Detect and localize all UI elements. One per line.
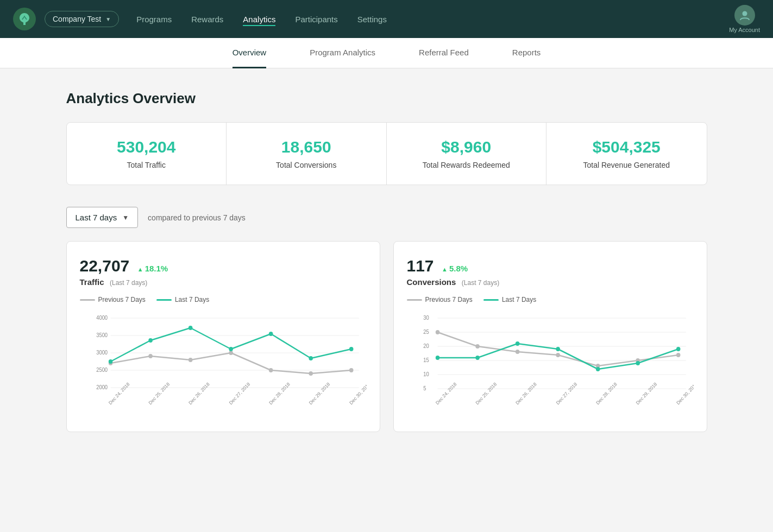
page-title: Analytics Overview: [66, 90, 707, 107]
svg-text:Dec 28, 2018: Dec 28, 2018: [268, 381, 291, 406]
traffic-pct: 18.1%: [137, 264, 168, 273]
traffic-legend: Previous 7 Days Last 7 Days: [80, 296, 367, 303]
svg-point-55: [595, 367, 600, 371]
conversions-pct: 5.8%: [442, 264, 468, 273]
tab-reports[interactable]: Reports: [512, 38, 541, 68]
svg-point-20: [188, 326, 192, 330]
conversions-period: (Last 7 days): [462, 279, 499, 287]
traffic-chart-svg: 4000 3500 3000 2500 2000: [80, 310, 367, 419]
main-content: Analytics Overview 530,204 Total Traffic…: [34, 68, 740, 454]
svg-text:2500: 2500: [96, 367, 108, 373]
charts-row: 22,707 18.1% Traffic (Last 7 days) Previ…: [66, 241, 707, 432]
tab-program-analytics[interactable]: Program Analytics: [310, 38, 375, 68]
svg-text:3000: 3000: [96, 350, 108, 356]
chevron-down-icon: ▼: [122, 214, 129, 221]
legend-gray-line: [407, 299, 422, 301]
svg-text:Dec 27, 2018: Dec 27, 2018: [555, 381, 578, 406]
svg-text:30: 30: [423, 315, 429, 321]
svg-point-53: [515, 341, 519, 346]
svg-text:25: 25: [423, 329, 429, 335]
nav-settings[interactable]: Settings: [357, 12, 387, 26]
stat-total-traffic: 530,204 Total Traffic: [67, 123, 227, 185]
stat-total-rewards: $8,960 Total Rewards Redeemed: [387, 123, 547, 185]
date-range-value: Last 7 days: [76, 213, 117, 222]
traffic-period: (Last 7 days): [110, 279, 147, 287]
svg-text:3500: 3500: [96, 332, 108, 338]
nav-analytics[interactable]: Analytics: [243, 12, 275, 26]
tab-referral-feed[interactable]: Referral Feed: [419, 38, 469, 68]
svg-point-22: [268, 332, 273, 336]
svg-text:4000: 4000: [96, 315, 108, 321]
account-menu[interactable]: My Account: [729, 5, 760, 33]
svg-point-50: [676, 353, 680, 357]
svg-text:Dec 29, 2018: Dec 29, 2018: [307, 381, 331, 406]
stat-label-revenue: Total Revenue Generated: [557, 161, 696, 169]
legend-gray-line: [80, 299, 95, 301]
svg-text:Dec 30, 2018: Dec 30, 2018: [675, 381, 694, 406]
filter-row: Last 7 days ▼ compared to previous 7 day…: [66, 207, 707, 228]
svg-point-17: [349, 368, 353, 372]
svg-point-56: [636, 361, 640, 365]
nav-rewards[interactable]: Rewards: [191, 12, 223, 26]
svg-point-51: [435, 356, 439, 360]
svg-text:Dec 25, 2018: Dec 25, 2018: [147, 381, 171, 406]
svg-point-14: [229, 351, 233, 355]
chevron-down-icon: ▼: [105, 16, 111, 22]
stats-row: 530,204 Total Traffic 18,650 Total Conve…: [66, 122, 707, 185]
svg-text:Dec 27, 2018: Dec 27, 2018: [228, 381, 251, 406]
svg-point-23: [309, 356, 313, 360]
account-label: My Account: [729, 27, 760, 33]
svg-text:2000: 2000: [96, 384, 108, 390]
account-avatar: [734, 5, 755, 26]
svg-point-15: [268, 368, 273, 372]
stat-total-conversions: 18,650 Total Conversions: [227, 123, 387, 185]
company-selector[interactable]: Company Test ▼: [45, 11, 119, 27]
traffic-chart-card: 22,707 18.1% Traffic (Last 7 days) Previ…: [66, 241, 380, 432]
stat-label-traffic: Total Traffic: [78, 161, 216, 169]
conv-legend-prev-label: Previous 7 Days: [425, 296, 473, 303]
conversions-chart-header: 117 5.8% Conversions (Last 7 days): [407, 257, 694, 287]
svg-point-12: [148, 354, 153, 358]
sub-nav: Overview Program Analytics Referral Feed…: [0, 38, 773, 68]
legend-curr-label: Last 7 Days: [175, 296, 209, 303]
svg-text:Dec 26, 2018: Dec 26, 2018: [187, 381, 211, 406]
svg-text:Dec 29, 2018: Dec 29, 2018: [634, 381, 658, 406]
date-range-dropdown[interactable]: Last 7 days ▼: [66, 207, 139, 228]
nav-programs[interactable]: Programs: [136, 12, 172, 26]
svg-text:Dec 25, 2018: Dec 25, 2018: [474, 381, 498, 406]
svg-point-52: [475, 356, 480, 360]
legend-teal-line: [483, 299, 499, 301]
svg-point-24: [349, 347, 353, 351]
legend-teal-line: [156, 299, 172, 301]
stat-value-traffic: 530,204: [78, 138, 216, 156]
conversions-title: Conversions: [407, 277, 456, 287]
tab-overview[interactable]: Overview: [232, 38, 267, 68]
svg-point-57: [676, 347, 680, 351]
svg-point-45: [475, 344, 480, 349]
svg-point-18: [108, 359, 112, 364]
svg-point-44: [435, 330, 439, 334]
logo: [13, 8, 36, 30]
svg-point-46: [515, 350, 519, 354]
conv-legend-curr-label: Last 7 Days: [502, 296, 536, 303]
svg-text:20: 20: [423, 343, 429, 349]
legend-prev: Previous 7 Days: [80, 296, 146, 303]
traffic-chart-header: 22,707 18.1% Traffic (Last 7 days): [80, 257, 367, 287]
svg-text:10: 10: [423, 371, 429, 377]
stat-label-rewards: Total Rewards Redeemed: [398, 161, 536, 169]
traffic-chart-svg-container: 4000 3500 3000 2500 2000: [80, 310, 367, 421]
svg-text:Dec 24, 2018: Dec 24, 2018: [108, 381, 131, 406]
svg-text:Dec 26, 2018: Dec 26, 2018: [514, 381, 538, 406]
stat-value-revenue: $504,325: [557, 138, 696, 156]
svg-point-0: [742, 11, 747, 16]
svg-text:5: 5: [423, 385, 426, 391]
nav-links: Programs Rewards Analytics Participants …: [136, 12, 729, 26]
svg-point-21: [229, 347, 233, 351]
conv-legend-curr: Last 7 Days: [483, 296, 536, 303]
svg-text:Dec 24, 2018: Dec 24, 2018: [435, 381, 458, 406]
traffic-value: 22,707: [80, 257, 130, 275]
conversions-value: 117: [407, 257, 434, 275]
nav-participants[interactable]: Participants: [295, 12, 337, 26]
svg-text:Dec 28, 2018: Dec 28, 2018: [595, 381, 618, 406]
stat-total-revenue: $504,325 Total Revenue Generated: [546, 123, 707, 185]
